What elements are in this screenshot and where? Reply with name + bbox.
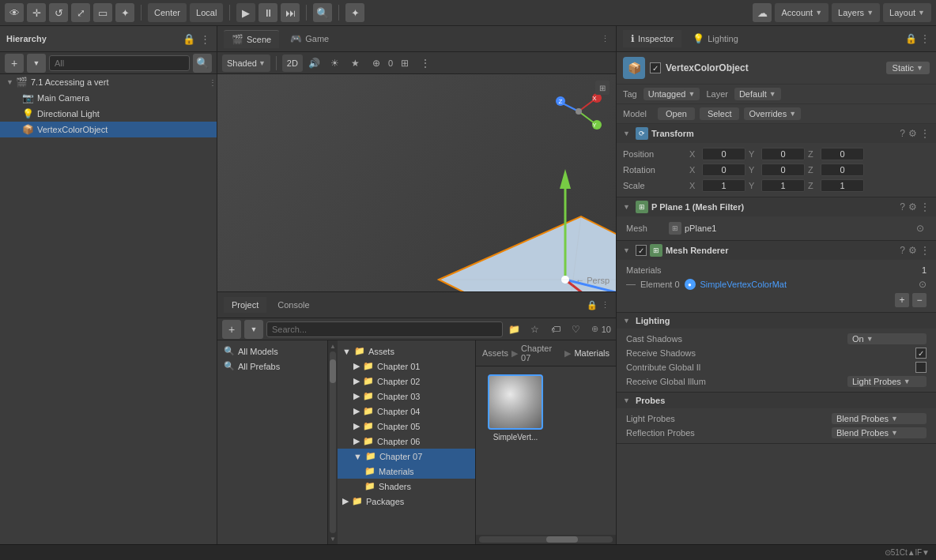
asset-tree-materials[interactable]: 📁 Materials bbox=[338, 464, 475, 479]
mesh-filter-settings-icon[interactable]: ⚙ bbox=[908, 201, 917, 212]
tag-dropdown[interactable]: Untagged ▼ bbox=[644, 88, 700, 100]
move-icon[interactable]: ✛ bbox=[27, 3, 46, 22]
asset-tree-shaders[interactable]: 📁 Shaders bbox=[338, 479, 475, 494]
rot-x-input[interactable] bbox=[702, 163, 745, 176]
inspector-options-icon[interactable]: ⋮ bbox=[920, 33, 930, 44]
mesh-renderer-help-icon[interactable]: ? bbox=[900, 245, 905, 256]
viewport[interactable]: X Y Z ← Persp ⊞ bbox=[217, 74, 616, 291]
mesh-renderer-settings-icon[interactable]: ⚙ bbox=[908, 245, 917, 256]
hierarchy-item-camera[interactable]: 📷 Main Camera bbox=[0, 90, 217, 106]
tab-scene[interactable]: 🎬 Scene bbox=[224, 30, 279, 48]
hierarchy-add-arrow[interactable]: ▼ bbox=[27, 54, 46, 73]
bc-chapter-link[interactable]: Chapter 07 bbox=[521, 344, 561, 363]
probes-section-header[interactable]: ▼ Probes bbox=[617, 393, 936, 408]
layers-dropdown[interactable]: Layers ▼ bbox=[832, 3, 880, 22]
scene-tab-options-icon[interactable]: ⋮ bbox=[601, 34, 610, 44]
pos-y-input[interactable] bbox=[761, 148, 805, 160]
asset-tree-assets[interactable]: ▼ 📁 Assets bbox=[338, 344, 475, 359]
scene-options-icon[interactable]: ⋮ bbox=[209, 78, 217, 87]
hierarchy-item-light[interactable]: 💡 Directional Light bbox=[0, 106, 217, 122]
asset-tree-ch07[interactable]: ▼ 📁 Chapter 07 bbox=[338, 449, 475, 464]
hierarchy-item-scene[interactable]: ▼ 🎬 7.1 Accessing a vert ⋮ bbox=[0, 74, 217, 90]
transform-settings-icon[interactable]: ⚙ bbox=[908, 128, 917, 139]
project-star-icon[interactable]: ☆ bbox=[526, 321, 544, 338]
mesh-target-icon[interactable]: ⊙ bbox=[914, 222, 927, 235]
project-heart-icon[interactable]: ♡ bbox=[568, 321, 585, 338]
layer-dropdown[interactable]: Default ▼ bbox=[734, 88, 781, 100]
tab-lighting[interactable]: 💡 Lighting bbox=[685, 30, 746, 47]
material-target-icon[interactable]: ⊙ bbox=[919, 279, 927, 290]
project-label-icon[interactable]: 🏷 bbox=[547, 321, 564, 338]
tab-game[interactable]: 🎮 Game bbox=[282, 30, 337, 47]
material-remove-button[interactable]: − bbox=[912, 293, 927, 307]
project-search-input[interactable] bbox=[266, 321, 503, 337]
bottom-lock-icon[interactable]: 🔒 bbox=[587, 300, 598, 310]
light-probes-dropdown[interactable]: Blend Probes ▼ bbox=[832, 413, 927, 424]
asset-tree-packages[interactable]: ▶ 📁 Packages bbox=[338, 494, 475, 509]
mesh-renderer-options-icon[interactable]: ⋮ bbox=[920, 245, 930, 256]
transform-options-icon[interactable]: ⋮ bbox=[920, 128, 930, 139]
inspector-lock-icon[interactable]: 🔒 bbox=[905, 33, 917, 44]
select-button[interactable]: Select bbox=[700, 107, 740, 120]
cast-shadows-dropdown[interactable]: On ▼ bbox=[847, 333, 927, 344]
scale-z-input[interactable] bbox=[821, 179, 864, 192]
material-name-label[interactable]: SimpleVertexColorMat bbox=[700, 280, 914, 289]
hierarchy-search-input[interactable] bbox=[49, 55, 190, 71]
transform-header[interactable]: ▼ ⟳ Transform ? ⚙ ⋮ bbox=[617, 124, 936, 143]
asset-tree-ch06[interactable]: ▶ 📁 Chapter 06 bbox=[338, 434, 475, 449]
scale-x-input[interactable] bbox=[702, 179, 745, 192]
tab-inspector[interactable]: ℹ Inspector bbox=[623, 30, 681, 47]
scroll-down-icon[interactable]: ▼ bbox=[329, 535, 337, 543]
asset-tree-ch02[interactable]: ▶ 📁 Chapter 02 bbox=[338, 374, 475, 389]
material-add-button[interactable]: + bbox=[895, 293, 909, 307]
hierarchy-add-button[interactable]: + bbox=[5, 54, 24, 73]
fx-toggle-icon[interactable]: ★ bbox=[347, 54, 364, 72]
hierarchy-item-object[interactable]: 📦 VertexColorObject bbox=[0, 122, 217, 137]
toolbar-more-icon[interactable]: ⋮ bbox=[417, 54, 434, 72]
overrides-dropdown[interactable]: Overrides ▼ bbox=[744, 107, 801, 120]
rot-z-input[interactable] bbox=[821, 163, 864, 176]
rect-icon[interactable]: ▭ bbox=[93, 3, 112, 22]
mesh-filter-options-icon[interactable]: ⋮ bbox=[920, 201, 930, 212]
sidebar-item-all-prefabs[interactable]: 🔍 All Prefabs bbox=[217, 359, 327, 374]
bottom-options-icon[interactable]: ⋮ bbox=[601, 300, 610, 310]
asset-tree-ch05[interactable]: ▶ 📁 Chapter 05 bbox=[338, 419, 475, 434]
scale-y-input[interactable] bbox=[761, 179, 805, 192]
mesh-renderer-header[interactable]: ▼ ✓ ⊞ Mesh Renderer ? ⚙ ⋮ bbox=[617, 241, 936, 260]
layout-dropdown[interactable]: Layout ▼ bbox=[883, 3, 931, 22]
search-icon[interactable]: 🔍 bbox=[313, 3, 332, 22]
viewport-settings-icon[interactable]: ⊞ bbox=[595, 81, 610, 95]
asset-tree-ch03[interactable]: ▶ 📁 Chapter 03 bbox=[338, 389, 475, 404]
pos-x-input[interactable] bbox=[702, 148, 745, 160]
tab-console[interactable]: Console bbox=[270, 297, 317, 313]
play-button[interactable]: ▶ bbox=[236, 3, 255, 22]
mesh-filter-help-icon[interactable]: ? bbox=[900, 201, 905, 212]
contribute-gi-checkbox[interactable] bbox=[915, 362, 927, 373]
rotate-icon[interactable]: ↺ bbox=[49, 3, 68, 22]
skybox-icon[interactable]: ☀ bbox=[326, 54, 344, 72]
scroll-up-icon[interactable]: ▲ bbox=[329, 342, 337, 350]
eye-icon[interactable]: 👁 bbox=[5, 3, 24, 22]
lighting-section-header[interactable]: ▼ Lighting bbox=[617, 313, 936, 329]
audio-icon[interactable]: 🔊 bbox=[306, 54, 323, 72]
open-button[interactable]: Open bbox=[658, 107, 695, 120]
asset-tree-ch01[interactable]: ▶ 📁 Chapter 01 bbox=[338, 359, 475, 374]
project-add-button[interactable]: + bbox=[222, 320, 241, 339]
cloud-icon[interactable]: ☁ bbox=[753, 3, 772, 22]
reflection-probes-dropdown[interactable]: Blend Probes ▼ bbox=[832, 427, 927, 438]
gizmo-icon[interactable]: ⊕ bbox=[368, 54, 385, 72]
object-enabled-checkbox[interactable]: ✓ bbox=[650, 62, 661, 73]
bc-assets-link[interactable]: Assets bbox=[482, 348, 508, 358]
h-scroll-track[interactable] bbox=[479, 536, 613, 543]
fx-icon[interactable]: ✦ bbox=[345, 3, 364, 22]
grid-icon[interactable]: ⊞ bbox=[396, 54, 413, 72]
mesh-filter-header[interactable]: ▼ ⊞ P Plane 1 (Mesh Filter) ? ⚙ ⋮ bbox=[617, 197, 936, 216]
mesh-renderer-enabled[interactable]: ✓ bbox=[636, 245, 647, 256]
hierarchy-search-icon[interactable]: 🔍 bbox=[193, 54, 212, 73]
scale-icon[interactable]: ⤢ bbox=[71, 3, 90, 22]
rot-y-input[interactable] bbox=[761, 163, 805, 176]
local-button[interactable]: Local bbox=[190, 3, 223, 22]
scroll-track[interactable] bbox=[330, 351, 336, 533]
receive-gi-dropdown[interactable]: Light Probes ▼ bbox=[847, 376, 927, 387]
static-dropdown[interactable]: Static ▼ bbox=[886, 62, 930, 74]
